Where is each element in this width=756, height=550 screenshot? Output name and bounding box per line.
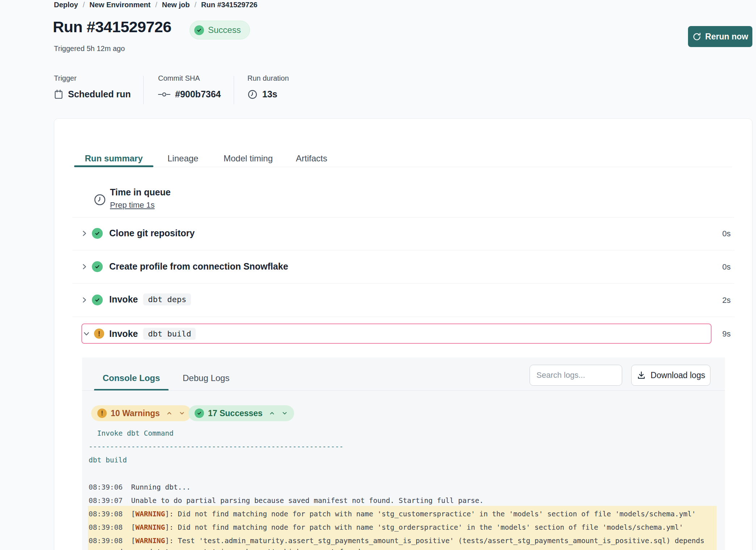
warning-tag: WARNING — [135, 523, 165, 532]
success-check-icon — [194, 25, 204, 35]
warning-tag-bracket: ]: — [165, 510, 173, 518]
step-duration: 9s — [702, 329, 731, 339]
step-create-profile[interactable]: Create profile from connection Snowflake — [109, 261, 288, 272]
breadcrumb-item-job[interactable]: New job — [162, 1, 190, 9]
successes-filter-badge[interactable]: 17 Successes — [188, 405, 294, 421]
step-duration: 2s — [702, 296, 731, 305]
clock-icon — [247, 89, 258, 100]
page-title: Run #341529726 — [53, 18, 171, 36]
warning-tag-bracket: ]: — [165, 537, 173, 545]
log-command: dbt build — [89, 456, 127, 464]
breadcrumb-separator: / — [83, 1, 85, 9]
step-duration: 0s — [702, 229, 731, 238]
queue-clock-icon — [93, 193, 106, 206]
tab-run-summary[interactable]: Run summary — [74, 153, 153, 164]
warning-exclamation: ! — [100, 410, 104, 417]
step-success-icon — [92, 295, 103, 305]
breadcrumb-separator: / — [155, 1, 157, 9]
log-divider: ----------------------------------------… — [89, 443, 343, 451]
breadcrumb-item-run: Run #341529726 — [201, 1, 258, 9]
log-message: Did not find matching node for patch wit… — [174, 523, 683, 532]
chevron-up-icon[interactable] — [269, 410, 275, 416]
log-line-warning-continuation: on a node named 'stg_payments' in packag… — [89, 548, 360, 550]
prep-time-link[interactable]: Prep time 1s — [110, 200, 155, 210]
success-check-icon — [195, 409, 204, 418]
log-line-warning: 08:39:08[WARNING]: Did not find matching… — [89, 523, 683, 532]
rerun-now-button[interactable]: Rerun now — [688, 26, 752, 47]
log-timestamp: 08:39:08 — [89, 537, 123, 545]
tabs-divider — [74, 167, 732, 167]
step-duration: 0s — [702, 262, 731, 272]
step-clone-git[interactable]: Clone git repository — [109, 228, 195, 238]
row-divider — [72, 317, 734, 317]
step-success-icon — [92, 261, 103, 272]
log-line-warning: 08:39:08[WARNING]: Did not find matching… — [89, 510, 696, 518]
chevron-down-icon[interactable] — [281, 410, 288, 416]
calendar-icon — [54, 89, 63, 100]
log-line: 08:39:07Unable to do partial parsing bec… — [89, 496, 484, 505]
warning-tag: WARNING — [135, 537, 165, 545]
dbt-build-command-chip: dbt build — [143, 328, 196, 340]
download-logs-button[interactable]: Download logs — [631, 365, 710, 386]
triggered-timestamp: Triggered 5h 12m ago — [54, 45, 125, 53]
step-invoke-dbt-build[interactable]: Invoke dbt build — [109, 328, 196, 340]
chevron-up-icon[interactable] — [166, 410, 173, 416]
log-message: Unable to do partial parsing because sav… — [131, 496, 483, 505]
tab-lineage[interactable]: Lineage — [167, 153, 198, 164]
refresh-icon — [692, 32, 701, 41]
breadcrumb-item-deploy[interactable]: Deploy — [54, 1, 78, 9]
console-tabs-divider — [82, 390, 725, 391]
warning-tag-bracket: [ — [131, 523, 135, 532]
chevron-down-icon[interactable] — [179, 410, 185, 416]
warning-icon: ! — [97, 409, 107, 418]
step-success-icon — [92, 228, 103, 239]
search-logs-input[interactable] — [530, 365, 622, 386]
download-logs-label: Download logs — [651, 371, 705, 380]
run-duration-text: 13s — [262, 89, 277, 100]
log-command-header: Invoke dbt Command — [89, 429, 174, 437]
dbt-deps-command-chip: dbt deps — [143, 293, 191, 305]
status-badge: Success — [190, 21, 250, 39]
warnings-filter-badge[interactable]: ! 10 Warnings — [91, 405, 191, 421]
time-in-queue-title: Time in queue — [110, 187, 171, 198]
successes-badge-label: 17 Successes — [208, 409, 263, 418]
breadcrumb-item-environment[interactable]: New Environment — [89, 1, 150, 9]
commit-sha-label: Commit SHA — [158, 74, 200, 82]
chevron-right-icon[interactable] — [80, 296, 88, 304]
git-commit-icon — [158, 92, 170, 97]
step-label-text: Invoke — [109, 329, 138, 339]
chevron-right-icon[interactable] — [80, 263, 88, 271]
commit-sha-value: #900b7364 — [158, 89, 221, 100]
breadcrumb-separator: / — [194, 1, 196, 9]
tab-model-timing[interactable]: Model timing — [224, 153, 273, 164]
step-invoke-dbt-deps[interactable]: Invoke dbt deps — [109, 293, 191, 305]
log-message: Did not find matching node for patch wit… — [174, 510, 696, 518]
step-label-text: Invoke — [109, 294, 138, 305]
trigger-label: Trigger — [54, 74, 77, 82]
row-divider — [72, 217, 734, 217]
warnings-badge-label: 10 Warnings — [111, 409, 160, 418]
download-icon — [637, 371, 646, 380]
meta-divider — [234, 76, 234, 104]
breadcrumb: Deploy / New Environment / New job / Run… — [54, 1, 258, 9]
chevron-right-icon[interactable] — [80, 229, 88, 237]
row-divider — [72, 250, 734, 250]
rerun-now-label: Rerun now — [705, 32, 748, 42]
log-timestamp: 08:39:08 — [89, 510, 123, 518]
tab-artifacts[interactable]: Artifacts — [296, 153, 327, 164]
tab-console-logs[interactable]: Console Logs — [94, 373, 169, 383]
status-badge-label: Success — [208, 25, 241, 35]
log-line: 08:39:06Running dbt... — [89, 483, 191, 491]
warning-tag-bracket: [ — [131, 510, 135, 518]
commit-sha-text: #900b7364 — [175, 89, 221, 100]
chevron-down-icon[interactable] — [82, 330, 90, 338]
log-message: Test 'test.admin_maturity.assert_stg_pay… — [174, 537, 705, 545]
log-message: on a node named 'stg_payments' in packag… — [89, 548, 360, 550]
log-timestamp: 08:39:07 — [89, 496, 123, 505]
log-timestamp: 08:39:08 — [89, 523, 123, 532]
run-duration-label: Run duration — [247, 74, 289, 82]
trigger-value-text: Scheduled run — [68, 89, 131, 100]
log-line-warning: 08:39:08[WARNING]: Test 'test.admin_matu… — [89, 537, 704, 545]
tab-debug-logs[interactable]: Debug Logs — [183, 373, 229, 383]
warning-tag-bracket: ]: — [165, 523, 173, 532]
